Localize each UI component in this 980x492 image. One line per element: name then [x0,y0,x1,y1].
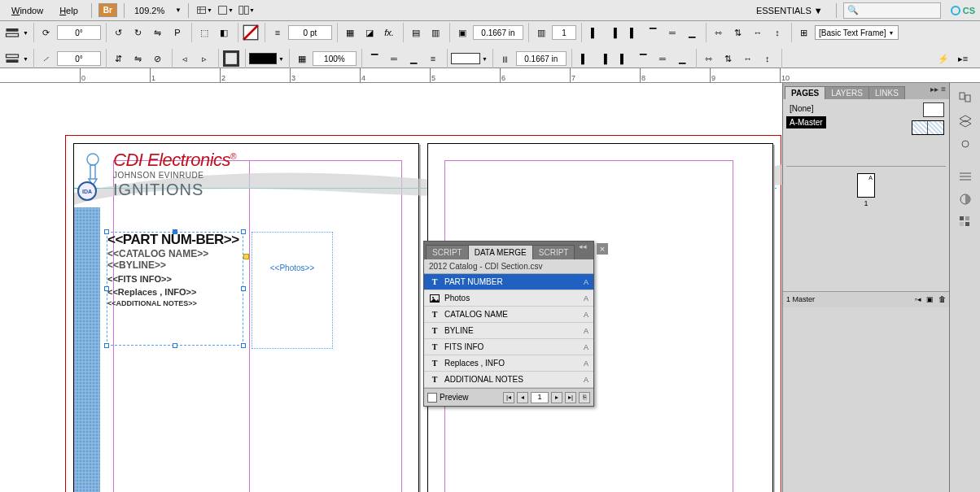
shear-input[interactable] [57,51,101,66]
vert-just-bottom-icon[interactable]: ▁ [405,50,422,67]
edit-page-size-icon[interactable]: ▫◂ [915,295,921,303]
select-prev-icon[interactable]: ◃ [176,50,194,67]
vert-just-top-icon[interactable]: ▔ [365,50,383,67]
dock-tab-layers[interactable]: LAYERS [825,86,869,99]
opacity-input[interactable] [313,51,357,66]
align-bottom-icon[interactable]: ▁ [683,24,701,41]
dock-expand-icon[interactable]: ▸▸ ≡ [930,85,946,94]
nav-page-input[interactable]: 1 [531,392,549,403]
create-merged-icon[interactable]: ⎘ [579,392,590,403]
data-merge-field-row[interactable]: TADDITIONAL NOTESA [424,372,593,388]
menu-help[interactable]: HHelpelp [53,3,85,18]
align-m2-icon[interactable]: ═ [654,50,672,67]
text-frame-balance-icon[interactable]: ▥ [427,24,444,41]
clear-transform-icon[interactable]: ⊘ [149,50,167,67]
shear-icon[interactable]: ⟋ [37,50,55,67]
align-c2-icon[interactable]: ▐ [595,50,613,67]
stroke-swatch[interactable] [222,50,240,67]
align-right-icon[interactable]: ▌ [624,24,642,41]
select-container-icon[interactable]: ⬚ [195,24,213,41]
cs-live-icon[interactable]: CS [951,6,975,15]
data-merge-field-row[interactable]: PhotosA [424,290,593,307]
nav-last-icon[interactable]: ▸| [565,392,576,403]
align-t2-icon[interactable]: ▔ [634,50,652,67]
search-input[interactable]: 🔍 [843,2,941,19]
inset-input[interactable] [473,25,523,40]
stroke-align-icon[interactable] [3,24,21,41]
align-vcenter-icon[interactable]: ═ [663,24,681,41]
document-canvas[interactable]: CDI Electronics® JOHNSON EVINRUDE IGNITI… [0,83,782,492]
view-options-icon[interactable]: ▼ [195,2,213,20]
fill-swatch[interactable] [242,24,260,41]
swatches-panel-icon[interactable] [953,211,978,233]
panel-tab-data-merge[interactable]: DATA MERGE [468,245,533,259]
rotate-ccw-icon[interactable]: ↺ [110,24,128,41]
text-frame-options-icon[interactable]: ⊞ [795,24,813,41]
master-a-thumb[interactable] [912,120,944,135]
distribute-space-h-icon[interactable]: ↔ [749,24,767,41]
layers-panel-icon[interactable] [953,111,978,132]
page-1-thumb[interactable] [857,173,875,198]
pages-panel-icon[interactable] [953,88,978,109]
dist-sv2-icon[interactable]: ↕ [759,50,777,67]
nav-prev-icon[interactable]: ◂ [517,392,528,403]
master-a[interactable]: A-Master [786,116,826,128]
workspace-switcher[interactable]: ESSENTIALS ▼ [750,4,829,17]
data-merge-field-row[interactable]: TFITS INFOA [424,339,593,355]
rotation-input[interactable] [57,25,101,40]
drop-shadow-icon[interactable]: ◪ [361,24,378,41]
gutter-icon[interactable]: ⫼ [497,50,514,67]
dist-sh2-icon[interactable]: ↔ [739,50,757,67]
delete-page-icon[interactable]: 🗑 [938,295,946,303]
links-panel-icon[interactable] [953,133,978,155]
distribute-v-icon[interactable]: ⇅ [729,24,747,41]
cols-icon[interactable]: ▥ [532,24,550,41]
arrange-icon[interactable]: ▼ [238,2,256,20]
align-l2-icon[interactable]: ▌ [575,50,593,67]
select-next-icon[interactable]: ▹ [195,50,213,67]
stroke-panel-icon[interactable] [953,166,978,187]
flip-v-icon[interactable]: ⇵ [110,50,128,67]
inset-icon[interactable]: ▣ [453,24,471,41]
screen-mode-icon[interactable]: ▼ [217,2,234,20]
distribute-h-icon[interactable]: ⇿ [710,24,728,41]
vert-just-justify-icon[interactable]: ≡ [424,50,442,67]
new-page-icon[interactable]: ▣ [926,295,934,303]
align-left-icon[interactable]: ▌ [585,24,603,41]
color-panel-icon[interactable] [953,189,978,210]
effects-icon[interactable]: ▦ [341,24,359,41]
align-r2-icon[interactable]: ▌ [615,50,632,67]
align-top-icon[interactable]: ▔ [644,24,662,41]
dock-tab-pages[interactable]: PAGES [785,86,825,99]
rotate-cw-icon[interactable]: ↻ [129,24,147,41]
opacity-icon[interactable]: ▦ [293,50,311,67]
data-merge-field-row[interactable]: TBYLINEA [424,323,593,339]
control-menu-icon[interactable]: ▸≡ [954,50,972,67]
stroke-weight-input[interactable] [288,25,332,40]
fx-icon[interactable]: fx. [380,24,398,41]
data-merge-field-row[interactable]: TCATALOG NAMEA [424,307,593,323]
flip-h-icon[interactable]: ⇋ [149,24,167,41]
flip-h2-icon[interactable]: ⇋ [129,50,147,67]
dist-h2-icon[interactable]: ⇿ [700,50,718,67]
panel-tab-script-2[interactable]: SCRIPT [532,245,575,259]
selected-text-frame[interactable]: <<PART NUM-BER>> <<CATALOG NAME>> <<BYLI… [107,232,243,346]
align-b2-icon[interactable]: ▁ [673,50,691,67]
stroke-align2-icon[interactable] [3,50,21,67]
dock-tab-links[interactable]: LINKS [868,86,905,99]
baseline-grid-swatch[interactable] [451,53,480,64]
vert-just-center-icon[interactable]: ═ [385,50,403,67]
text-frame-columns-icon[interactable]: ▤ [407,24,425,41]
data-merge-field-row[interactable]: TPART NUMBERA [424,274,593,290]
master-none[interactable]: [None] [786,102,946,115]
nav-first-icon[interactable]: |◂ [503,392,514,403]
cols-input[interactable] [552,25,576,40]
select-content-icon[interactable]: ◧ [215,24,233,41]
stroke-weight-icon[interactable]: ≡ [269,24,287,41]
panel-collapse-icon[interactable]: ◂◂ [579,242,590,254]
dist-v2-icon[interactable]: ⇅ [720,50,737,67]
data-merge-panel[interactable]: SCRIPT DATA MERGE SCRIPT ◂◂ × 2012 Catal… [423,241,594,407]
data-merge-field-row[interactable]: TReplaces , INFOA [424,355,593,372]
rotate-icon[interactable]: ⟳ [37,24,55,41]
align-hcenter-icon[interactable]: ▐ [605,24,623,41]
